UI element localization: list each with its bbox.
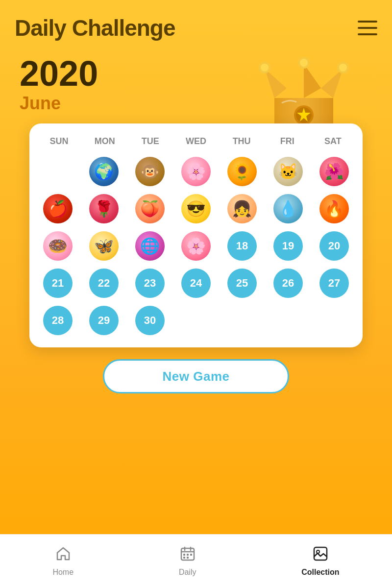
cal-cell-10[interactable]: 😎	[174, 192, 218, 226]
cal-cell-12[interactable]: 💧	[267, 192, 310, 226]
cal-cell-8[interactable]: 🌹	[82, 192, 125, 226]
day-fri: FRI	[265, 133, 310, 149]
bottom-nav: Home Daily Collection	[0, 534, 392, 588]
day-24-circle: 24	[181, 269, 211, 298]
day-sat: SAT	[310, 133, 356, 149]
cal-cell-7[interactable]: 🍎	[36, 192, 79, 226]
cal-cell-29[interactable]: 29	[82, 303, 125, 338]
day-19-circle: 19	[273, 231, 303, 261]
home-icon	[55, 546, 71, 565]
day-2-icon: 🐵	[135, 157, 165, 186]
svg-rect-31	[314, 547, 327, 560]
page-title: Daily Challenge	[15, 15, 175, 41]
day-tue: TUE	[127, 133, 173, 149]
cal-cell-14[interactable]: 🍩	[36, 229, 79, 263]
day-5-icon: 🐱	[273, 157, 303, 186]
cal-cell-27[interactable]: 27	[313, 266, 356, 300]
day-18-circle: 18	[227, 231, 257, 261]
hamburger-line-2	[358, 27, 377, 29]
cal-cell-22[interactable]: 22	[82, 266, 125, 300]
svg-marker-1	[265, 69, 287, 98]
cal-empty-3	[220, 303, 264, 338]
nav-home-label: Home	[52, 568, 74, 577]
cal-empty-2	[174, 303, 218, 338]
calendar-icon	[180, 546, 196, 565]
cal-cell-15[interactable]: 🦋	[82, 229, 125, 263]
day-wed: WED	[173, 133, 219, 149]
day-11-icon: 👧	[227, 194, 257, 223]
menu-button[interactable]	[358, 21, 377, 35]
calendar-grid: 🌍 🐵 🌸 🌻 🐱 🌺 🍎 🌹 🍑 😎 👧	[34, 154, 358, 338]
day-thu: THU	[219, 133, 265, 149]
cal-cell-17[interactable]: 🌸	[174, 229, 218, 263]
day-7-icon: 🍎	[43, 194, 73, 223]
cal-cell-13[interactable]: 🔥	[313, 192, 356, 226]
hamburger-line-1	[358, 21, 377, 23]
hamburger-line-3	[358, 33, 377, 35]
cal-cell-5[interactable]: 🐱	[267, 154, 310, 189]
cal-cell-23[interactable]: 23	[128, 266, 172, 300]
day-29-circle: 29	[89, 306, 119, 335]
day-25-circle: 25	[227, 269, 257, 298]
cal-cell-20[interactable]: 20	[313, 229, 356, 263]
svg-point-10	[339, 64, 347, 72]
nav-daily-label: Daily	[179, 568, 196, 577]
day-9-icon: 🍑	[135, 194, 165, 223]
day-headers: SUN MON TUE WED THU FRI SAT	[34, 133, 358, 149]
svg-point-32	[317, 550, 319, 553]
nav-collection-label: Collection	[301, 568, 339, 577]
cal-cell-19[interactable]: 19	[267, 229, 310, 263]
day-3-icon: 🌸	[181, 157, 211, 186]
svg-marker-4	[321, 69, 343, 98]
cal-cell-empty-1	[36, 154, 79, 189]
day-21-circle: 21	[43, 269, 73, 298]
cal-cell-18[interactable]: 18	[220, 229, 264, 263]
cal-cell-16[interactable]: 🌐	[128, 229, 172, 263]
day-13-icon: 🔥	[319, 194, 349, 223]
nav-collection[interactable]: Collection	[292, 541, 349, 582]
cal-cell-11[interactable]: 👧	[220, 192, 264, 226]
cal-cell-25[interactable]: 25	[220, 266, 264, 300]
svg-marker-3	[304, 64, 321, 98]
svg-rect-29	[183, 557, 185, 559]
nav-home[interactable]: Home	[43, 541, 83, 582]
svg-point-6	[261, 64, 269, 72]
day-28-circle: 28	[43, 306, 73, 335]
day-27-circle: 27	[319, 269, 349, 298]
nav-daily[interactable]: Daily	[169, 541, 206, 582]
collection-icon	[313, 546, 328, 565]
svg-rect-26	[183, 554, 185, 556]
day-17-icon: 🌸	[181, 231, 211, 261]
day-4-icon: 🌻	[227, 157, 257, 186]
cal-cell-26[interactable]: 26	[267, 266, 310, 300]
day-22-circle: 22	[89, 269, 119, 298]
cal-cell-2[interactable]: 🐵	[128, 154, 172, 189]
cal-cell-4[interactable]: 🌻	[220, 154, 264, 189]
new-game-label: New Game	[163, 369, 230, 384]
day-16-icon: 🌐	[135, 231, 165, 261]
new-game-button[interactable]: New Game	[103, 359, 289, 393]
day-15-icon: 🦋	[89, 231, 119, 261]
svg-point-8	[300, 59, 308, 67]
cal-cell-1[interactable]: 🌍	[82, 154, 125, 189]
cal-cell-6[interactable]: 🌺	[313, 154, 356, 189]
day-8-icon: 🌹	[89, 194, 119, 223]
day-20-circle: 20	[319, 231, 349, 261]
svg-rect-30	[187, 557, 189, 559]
day-1-icon: 🌍	[89, 157, 119, 186]
header: Daily Challenge	[0, 0, 392, 46]
day-12-icon: 💧	[273, 194, 303, 223]
cal-cell-3[interactable]: 🌸	[174, 154, 218, 189]
svg-rect-28	[190, 554, 192, 556]
day-23-circle: 23	[135, 269, 165, 298]
day-30-circle: 30	[135, 306, 165, 335]
cal-cell-9[interactable]: 🍑	[128, 192, 172, 226]
cal-cell-30[interactable]: 30	[128, 303, 172, 338]
day-10-icon: 😎	[181, 194, 211, 223]
cal-cell-28[interactable]: 28	[36, 303, 79, 338]
cal-cell-21[interactable]: 21	[36, 266, 79, 300]
day-14-icon: 🍩	[43, 231, 73, 261]
day-6-icon: 🌺	[319, 157, 349, 186]
calendar-card: SUN MON TUE WED THU FRI SAT 🌍 🐵 🌸 🌻 🐱 🌺	[29, 123, 363, 347]
cal-cell-24[interactable]: 24	[174, 266, 218, 300]
